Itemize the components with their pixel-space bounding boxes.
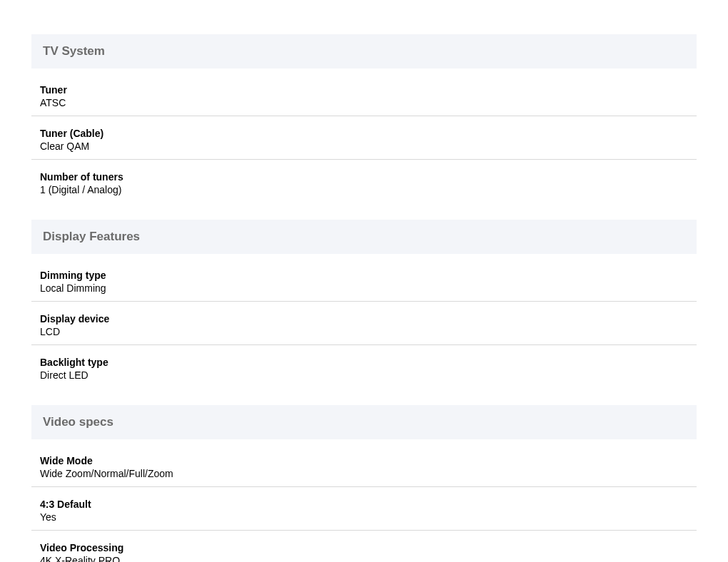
spec-value: ATSC xyxy=(40,97,688,108)
spec-value: Wide Zoom/Normal/Full/Zoom xyxy=(40,468,688,479)
section-header-video-specs: Video specs xyxy=(31,405,697,439)
spec-item: Video Processing 4K X-Reality PRO xyxy=(31,538,697,562)
spec-item: Dimming type Local Dimming xyxy=(31,265,697,302)
spec-value: 1 (Digital / Analog) xyxy=(40,184,688,195)
spec-label: Tuner (Cable) xyxy=(40,128,688,139)
section-title: Display Features xyxy=(43,230,140,243)
spec-label: Tuner xyxy=(40,84,688,96)
section-title: TV System xyxy=(43,44,105,58)
spec-label: Video Processing xyxy=(40,542,688,553)
spec-item: 4:3 Default Yes xyxy=(31,494,697,531)
spec-label: Backlight type xyxy=(40,357,688,368)
spec-container: TV System Tuner ATSC Tuner (Cable) Clear… xyxy=(31,34,697,562)
spec-value: Direct LED xyxy=(40,369,688,381)
spec-value: Yes xyxy=(40,511,688,523)
spec-value: LCD xyxy=(40,326,688,337)
spec-value: Clear QAM xyxy=(40,140,688,152)
spec-item: Tuner ATSC xyxy=(31,80,697,116)
spec-label: Dimming type xyxy=(40,270,688,281)
section-header-tv-system: TV System xyxy=(31,34,697,68)
spec-item: Number of tuners 1 (Digital / Analog) xyxy=(31,167,697,203)
spec-item: Tuner (Cable) Clear QAM xyxy=(31,123,697,160)
spec-item: Display device LCD xyxy=(31,309,697,345)
spec-value: Local Dimming xyxy=(40,282,688,294)
spec-label: Display device xyxy=(40,313,688,325)
spec-value: 4K X-Reality PRO xyxy=(40,555,688,562)
spec-item: Wide Mode Wide Zoom/Normal/Full/Zoom xyxy=(31,451,697,487)
spec-label: Wide Mode xyxy=(40,455,688,466)
spec-item: Backlight type Direct LED xyxy=(31,352,697,388)
section-title: Video specs xyxy=(43,415,113,429)
section-header-display-features: Display Features xyxy=(31,220,697,254)
spec-label: 4:3 Default xyxy=(40,499,688,510)
spec-label: Number of tuners xyxy=(40,171,688,183)
